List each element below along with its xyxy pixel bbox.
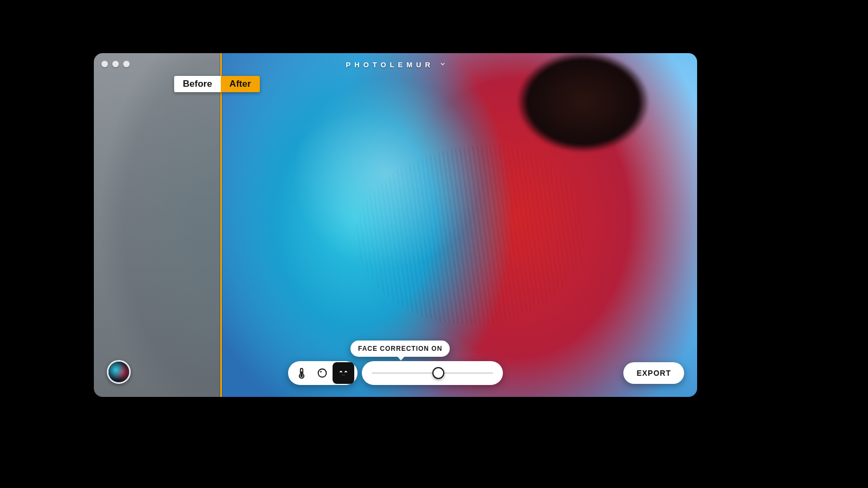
compare-divider[interactable] [220, 53, 222, 397]
photo-before [94, 53, 221, 397]
face-correction-button[interactable] [333, 362, 354, 384]
export-button[interactable]: EXPORT [623, 362, 684, 384]
svg-point-2 [318, 369, 327, 377]
svg-point-3 [320, 371, 322, 373]
app-window: PHOTOLEMUR Before After FACE CORRECTION … [94, 53, 697, 397]
enhancement-slider[interactable] [362, 361, 503, 385]
before-after-toggle[interactable]: Before After [174, 76, 260, 92]
export-label: EXPORT [636, 369, 671, 377]
temperature-button[interactable] [291, 363, 312, 383]
after-tab[interactable]: After [221, 76, 260, 92]
tool-group [288, 361, 358, 385]
tooltip-text: FACE CORRECTION ON [358, 345, 442, 352]
slider-track [372, 373, 493, 374]
image-thumbnail[interactable] [107, 360, 131, 384]
face-icon [337, 367, 349, 379]
thumbnail-image [108, 362, 129, 382]
before-tab[interactable]: Before [174, 76, 221, 92]
tint-button[interactable] [312, 363, 333, 383]
slider-thumb[interactable] [432, 367, 444, 379]
circle-icon [317, 368, 328, 378]
app-title: PHOTOLEMUR [94, 61, 697, 69]
app-title-text: PHOTOLEMUR [346, 61, 434, 69]
bottom-toolbar [288, 361, 503, 385]
photo-after [221, 53, 697, 397]
face-correction-tooltip: FACE CORRECTION ON [350, 341, 450, 357]
svg-point-0 [301, 375, 303, 377]
thermometer-icon [297, 367, 307, 379]
chevron-down-icon[interactable] [441, 60, 445, 68]
